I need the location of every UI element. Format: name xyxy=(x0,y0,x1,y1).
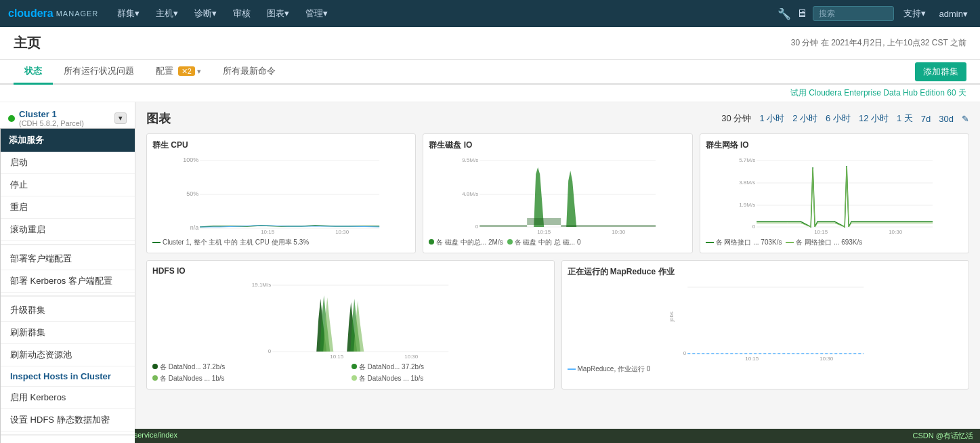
dropdown-item-refresh[interactable]: 刷新群集 xyxy=(1,322,135,344)
svg-text:0: 0 xyxy=(268,348,272,354)
hdfs-io-chart-title: HDFS IO xyxy=(152,266,549,276)
svg-text:10:15: 10:15 xyxy=(537,229,551,235)
dropdown-item-hdfs-encrypt[interactable]: 设置 HDFS 静态数据加密 xyxy=(1,409,135,431)
network-io-chart-area: 5.7M/s 3.8M/s 1.9M/s 0 10:15 10:30 xyxy=(706,154,963,235)
disk-legend-2: 各 磁盘 中的 总 磁... 0 xyxy=(515,238,581,246)
time-btn-30d[interactable]: 30d xyxy=(936,112,956,125)
cluster-header[interactable]: Cluster 1 (CDH 5.8.2, Parcel) ▾ 添加服务 启动 … xyxy=(0,102,135,135)
time-btn-1d[interactable]: 1 天 xyxy=(894,111,916,126)
disk-io-chart-legend: 各 磁盘 中的总... 2M/s 各 磁盘 中的 总 磁... 0 xyxy=(429,238,686,247)
charts-header: 图表 30 分钟 1 小时 2 小时 6 小时 12 小时 1 天 7d 30d… xyxy=(146,110,969,127)
disk-io-chart-title: 群生磁盘 IO xyxy=(429,140,686,151)
mapreduce-chart-card: 正在运行的 MapReduce 作业 jobs 0 10:15 10:30 xyxy=(561,260,970,389)
mapreduce-chart-svg: jobs 0 10:15 10:30 xyxy=(568,280,964,362)
svg-text:4.8M/s: 4.8M/s xyxy=(462,191,478,197)
toolbar-icon-1[interactable]: 🔧 xyxy=(777,7,791,20)
admin-btn[interactable]: admin▾ xyxy=(935,9,972,19)
tab-status[interactable]: 状态 xyxy=(14,60,53,85)
svg-text:10:30: 10:30 xyxy=(612,229,626,235)
cpu-chart-card: 群生 CPU 100% 50% n/a 10:15 xyxy=(146,133,416,253)
cluster-menu-button[interactable]: ▾ xyxy=(114,112,127,124)
svg-text:10:15: 10:15 xyxy=(814,229,828,235)
svg-text:0: 0 xyxy=(475,224,479,230)
tab-health-issues[interactable]: 所有运行状况问题 xyxy=(53,60,145,85)
nav-audit[interactable]: 审核 xyxy=(228,0,256,27)
status-credit: CSDN @有话忆活 xyxy=(913,431,973,441)
nav-charts[interactable]: 图表▾ xyxy=(261,0,295,27)
page-header: 主页 30 分钟 在 2021年4月2日, 上午10点32 CST 之前 xyxy=(0,27,980,60)
time-btn-7d[interactable]: 7d xyxy=(918,112,933,125)
hdfs-legend-1: 各 DataNod... 37.2b/s xyxy=(160,363,225,371)
time-btn-6h[interactable]: 6 小时 xyxy=(823,111,853,126)
nav-diagnostics[interactable]: 诊断▾ xyxy=(189,0,222,27)
dropdown-item-refresh-pool[interactable]: 刷新动态资源池 xyxy=(1,344,135,366)
mapreduce-chart-area: jobs 0 10:15 10:30 xyxy=(568,280,964,362)
add-cluster-button[interactable]: 添加群集 xyxy=(915,62,966,81)
dropdown-item-deploy-kerberos[interactable]: 部署 Kerberos 客户端配置 xyxy=(1,270,135,293)
support-btn[interactable]: 支持▾ xyxy=(899,7,930,20)
nav-hosts[interactable]: 主机▾ xyxy=(150,0,184,27)
dropdown-item-enable-kerberos[interactable]: 启用 Kerberos xyxy=(1,387,135,409)
dropdown-item-stop[interactable]: 停止 xyxy=(1,174,135,196)
disk-io-chart-area: 9.5M/s 4.8M/s 0 10:15 10:30 xyxy=(429,154,686,235)
dropdown-item-client-config-url[interactable]: 查看客户端配置 URL xyxy=(1,438,135,443)
svg-text:n/a: n/a xyxy=(190,224,199,231)
nav-clusters[interactable]: 群集▾ xyxy=(112,0,145,27)
nav-right: 🔧 🖥 支持▾ admin▾ xyxy=(777,6,972,21)
svg-text:0: 0 xyxy=(752,224,755,230)
svg-text:3.8M/s: 3.8M/s xyxy=(739,180,755,186)
svg-text:10:15: 10:15 xyxy=(330,354,344,360)
svg-text:19.1M/s: 19.1M/s xyxy=(252,282,271,288)
svg-text:9.5M/s: 9.5M/s xyxy=(462,157,478,163)
dropdown-item-restart[interactable]: 重启 xyxy=(1,196,135,219)
charts-title: 图表 xyxy=(146,110,171,127)
network-io-chart-legend: 各 网络接口 ... 703K/s 各 网络接口 ... 693K/s xyxy=(706,238,963,247)
hdfs-io-chart-svg: 19.1M/s 0 10:15 10:30 xyxy=(152,278,549,360)
svg-text:10:15: 10:15 xyxy=(745,356,759,362)
charts-top-row: 群生 CPU 100% 50% n/a 10:15 xyxy=(146,133,969,253)
cpu-legend-text: Cluster 1, 整个 主机 中的 主机 CPU 使用率 5.3% xyxy=(163,238,309,246)
svg-text:100%: 100% xyxy=(183,156,198,163)
disk-io-chart-card: 群生磁盘 IO 9.5M/s 4.8M/s 0 10:15 10:30 xyxy=(423,133,692,253)
dropdown-item-start[interactable]: 启动 xyxy=(1,152,135,174)
time-btn-12h[interactable]: 12 小时 xyxy=(856,111,891,126)
dropdown-divider-2 xyxy=(1,295,135,297)
svg-marker-16 xyxy=(527,167,544,227)
time-btn-1h[interactable]: 1 小时 xyxy=(757,111,787,126)
dropdown-item-inspect-hosts[interactable]: Inspect Hosts in Cluster xyxy=(1,366,135,387)
dropdown-header: 添加服务 xyxy=(1,129,135,152)
disk-legend-1: 各 磁盘 中的总... 2M/s xyxy=(436,238,503,246)
time-btn-2h[interactable]: 2 小时 xyxy=(790,111,820,126)
time-label: 30 分钟 xyxy=(721,112,751,125)
status-bar: 10.40.17.145:7180/cmf/clusters/1/add-ser… xyxy=(0,429,980,443)
svg-text:10:30: 10:30 xyxy=(404,354,419,360)
dropdown-item-rolling-restart[interactable]: 滚动重启 xyxy=(1,219,135,241)
hdfs-io-chart-legend: 各 DataNod... 37.2b/s 各 DataNod... 37.2b/… xyxy=(152,362,549,383)
logo-manager: MANAGER xyxy=(56,9,99,18)
hdfs-legend-2: 各 DataNod... 37.2b/s xyxy=(359,363,424,371)
nav-admin[interactable]: 管理▾ xyxy=(300,0,333,27)
tabs-bar: 状态 所有运行状况问题 配置 ✕2 ▾ 所有最新命令 添加群集 xyxy=(0,60,980,85)
cluster-info: Cluster 1 (CDH 5.8.2, Parcel) xyxy=(19,109,84,127)
svg-text:0: 0 xyxy=(683,350,686,356)
hdfs-legend-4: 各 DataNodes ... 1b/s xyxy=(359,375,424,382)
search-input[interactable] xyxy=(813,6,894,21)
charts-bottom-row: HDFS IO 19.1M/s 0 10:15 10:30 xyxy=(146,260,969,389)
tab-config[interactable]: 配置 ✕2 ▾ xyxy=(145,60,212,85)
dropdown-divider-1 xyxy=(1,244,135,245)
toolbar-icon-2[interactable]: 🖥 xyxy=(796,7,807,20)
chart-settings-icon[interactable]: ✎ xyxy=(962,114,969,124)
tab-latest-commands[interactable]: 所有最新命令 xyxy=(212,60,286,85)
net-legend-2: 各 网络接口 ... 693K/s xyxy=(796,238,862,246)
dropdown-item-upgrade[interactable]: 升级群集 xyxy=(1,299,135,322)
mapreduce-chart-title: 正在运行的 MapReduce 作业 xyxy=(568,266,964,278)
dropdown-item-deploy-client[interactable]: 部署客户端配置 xyxy=(1,248,135,270)
svg-text:1.9M/s: 1.9M/s xyxy=(739,202,755,208)
disk-io-chart-svg: 9.5M/s 4.8M/s 0 10:15 10:30 xyxy=(429,154,686,235)
cluster-status-dot xyxy=(8,115,15,122)
page-title: 主页 xyxy=(14,34,41,52)
sidebar: Cluster 1 (CDH 5.8.2, Parcel) ▾ 添加服务 启动 … xyxy=(0,102,135,443)
mr-legend-1: MapReduce, 作业运行 0 xyxy=(578,365,651,373)
logo: cloudera MANAGER xyxy=(8,7,98,20)
network-io-chart-card: 群生网络 IO 5.7M/s 3.8M/s 1.9M/s 0 10:15 xyxy=(700,133,969,253)
